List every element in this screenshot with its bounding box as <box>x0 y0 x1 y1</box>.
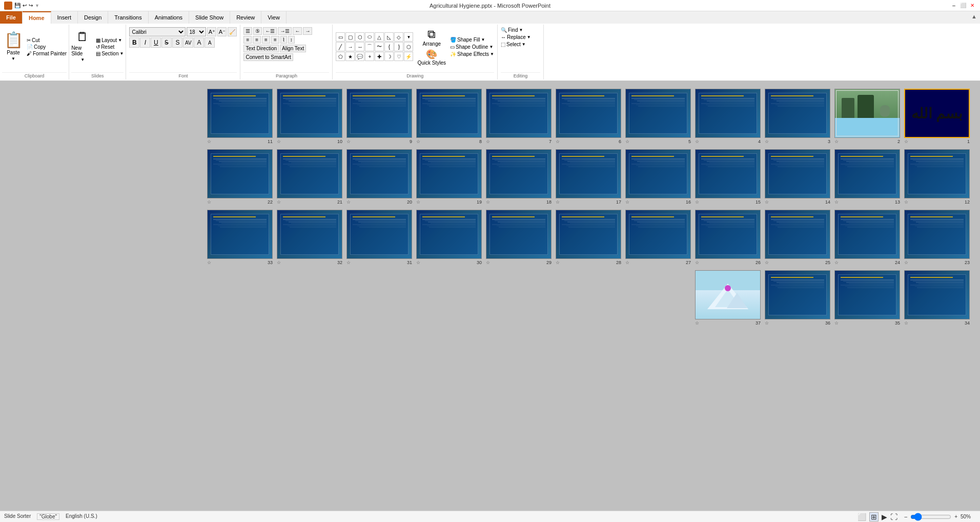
slide-thumb[interactable]: ☆13 <box>834 149 900 205</box>
shape-line[interactable]: ╱ <box>336 42 345 51</box>
align-text-button[interactable]: Align Text <box>280 45 306 52</box>
slide-thumb[interactable]: ☆21 <box>277 149 342 205</box>
clear-formatting-button[interactable]: 🧹 <box>228 27 237 36</box>
slide-thumb[interactable]: ☆37 <box>695 270 761 326</box>
shape-star[interactable]: ★ <box>345 52 355 61</box>
reset-button[interactable]: ↺Reset <box>96 44 124 50</box>
font-color-button[interactable]: A <box>194 37 204 48</box>
numbering-button[interactable]: ⑤ <box>253 27 262 35</box>
shape-more[interactable]: ▼ <box>404 32 413 42</box>
bullets-button[interactable]: ☰ <box>243 27 252 35</box>
shape-heart[interactable]: ♡ <box>394 52 403 61</box>
paste-button[interactable]: 📋 Paste ▼ <box>2 30 25 63</box>
align-right-button[interactable]: ≡ <box>262 36 270 44</box>
tab-insert[interactable]: Insert <box>51 11 78 24</box>
slide-thumb[interactable]: ☆15 <box>695 149 761 205</box>
slide-thumb[interactable]: ☆24 <box>834 210 900 265</box>
shape-double-arrow[interactable]: ↔ <box>355 42 364 51</box>
shape-rounded-rect[interactable]: ▢ <box>345 32 355 42</box>
tab-transitions[interactable]: Transitions <box>108 11 148 24</box>
columns-button[interactable]: ⌇ <box>280 36 287 44</box>
tab-slideshow[interactable]: Slide Show <box>189 11 230 24</box>
tab-file[interactable]: File <box>0 11 23 24</box>
slide-thumb[interactable]: ☆29 <box>486 210 552 265</box>
slide-thumb[interactable]: ☆4 <box>695 89 761 144</box>
zoom-slider[interactable] <box>910 514 951 520</box>
quick-styles-button[interactable]: 🎨 Quick Styles <box>417 49 446 66</box>
slide-thumb[interactable]: ☆20 <box>346 149 412 205</box>
slide-thumb[interactable]: ☆18 <box>486 149 552 205</box>
tab-review[interactable]: Review <box>230 11 261 24</box>
slide-thumb[interactable]: ☆25 <box>765 210 830 265</box>
slide-thumb[interactable]: ☆31 <box>346 210 412 265</box>
tab-design[interactable]: Design <box>78 11 108 24</box>
slide-thumb[interactable]: ☆9 <box>346 89 412 144</box>
font-name-select[interactable]: Calibri <box>129 27 186 36</box>
slide-sorter-mode[interactable]: Slide Sorter <box>4 513 31 520</box>
shape-freeform[interactable]: 〜 <box>375 42 384 51</box>
align-left-button[interactable]: ≡ <box>243 36 252 44</box>
view-reading-icon[interactable]: ▶ <box>882 513 887 521</box>
shape-lightning[interactable]: ⚡ <box>404 52 413 61</box>
find-button[interactable]: 🔍Find▼ <box>501 27 540 33</box>
copy-button[interactable]: 📄Copy <box>27 44 67 50</box>
slide-thumb[interactable]: ☆17 <box>556 149 621 205</box>
slide-thumb[interactable]: ☆34 <box>904 270 970 326</box>
shape-rect[interactable]: ▭ <box>336 32 345 42</box>
slide-thumb[interactable]: ☆33 <box>207 210 273 265</box>
slide-thumb[interactable]: ☆27 <box>625 210 691 265</box>
shape-triangle[interactable]: △ <box>375 32 384 42</box>
increase-indent-button[interactable]: →☰ <box>278 27 292 35</box>
align-center-button[interactable]: ≡ <box>253 36 261 44</box>
slide-thumb[interactable]: ☆36 <box>765 270 830 326</box>
convert-smartart-button[interactable]: Convert to SmartArt <box>243 53 293 61</box>
shape-diamond[interactable]: ◇ <box>394 32 403 42</box>
slide-thumb[interactable]: ☆8 <box>416 89 482 144</box>
shape-pentagon[interactable]: ⬠ <box>336 52 345 61</box>
slide-thumb[interactable]: ☆5 <box>625 89 691 144</box>
qs-save[interactable]: 💾 <box>14 3 21 8</box>
slide-thumb[interactable]: ☆11 <box>207 89 273 144</box>
underline-button[interactable]: U <box>151 37 161 48</box>
shape-outline-button[interactable]: ▭Shape Outline▼ <box>450 44 494 50</box>
shadow-button[interactable]: S <box>172 37 182 48</box>
shape-fill-button[interactable]: 🪣Shape Fill▼ <box>450 37 494 43</box>
slide-thumb[interactable]: بسم الله ☆1 <box>904 89 970 144</box>
slide-thumb[interactable]: ☆10 <box>277 89 342 144</box>
ribbon-collapse[interactable]: ▲ <box>968 11 980 24</box>
shape-callout[interactable]: 💬 <box>355 52 364 61</box>
qs-undo[interactable]: ↩ <box>23 3 27 8</box>
justify-button[interactable]: ≡ <box>271 36 279 44</box>
font-size-select[interactable]: 18 <box>187 27 206 36</box>
rtl-button[interactable]: ← <box>293 27 302 35</box>
slide-thumb[interactable]: ☆19 <box>416 149 482 205</box>
layout-button[interactable]: ▦Layout▼ <box>96 37 124 43</box>
format-painter-button[interactable]: 🖌Format Painter <box>27 51 67 56</box>
maximize-button[interactable]: ⬜ <box>959 2 967 9</box>
slide-thumb[interactable]: ☆28 <box>556 210 621 265</box>
slide-thumb[interactable]: ☆2 <box>834 89 900 144</box>
qs-redo[interactable]: ↪ <box>29 3 33 8</box>
minimize-button[interactable]: – <box>950 2 957 9</box>
slide-thumb[interactable]: ☆26 <box>695 210 761 265</box>
font-increase-button[interactable]: A⁺ <box>207 27 216 36</box>
slide-thumb[interactable]: ☆6 <box>556 89 621 144</box>
replace-button[interactable]: ↔Replace▼ <box>501 34 540 40</box>
slide-thumb[interactable]: ☆32 <box>277 210 342 265</box>
line-spacing-button[interactable]: ↕ <box>288 36 295 44</box>
shape-snip[interactable]: ⬡ <box>355 32 364 42</box>
slide-thumb[interactable]: ☆12 <box>904 149 970 205</box>
decrease-indent-button[interactable]: ←☰ <box>263 27 277 35</box>
slide-thumb[interactable]: ☆22 <box>207 149 273 205</box>
tab-animations[interactable]: Animations <box>149 11 189 24</box>
slide-thumb[interactable]: ☆30 <box>416 210 482 265</box>
tab-view[interactable]: View <box>261 11 287 24</box>
shape-right-triangle[interactable]: ◺ <box>384 32 394 42</box>
bold-button[interactable]: B <box>129 37 139 48</box>
ltr-button[interactable]: → <box>303 27 312 35</box>
font-highlight-button[interactable]: A <box>205 37 215 48</box>
cut-button[interactable]: ✂Cut <box>27 37 67 43</box>
shape-cross[interactable]: ✚ <box>375 52 384 61</box>
shape-arrow[interactable]: → <box>345 42 355 51</box>
tab-home[interactable]: Home <box>23 11 51 24</box>
